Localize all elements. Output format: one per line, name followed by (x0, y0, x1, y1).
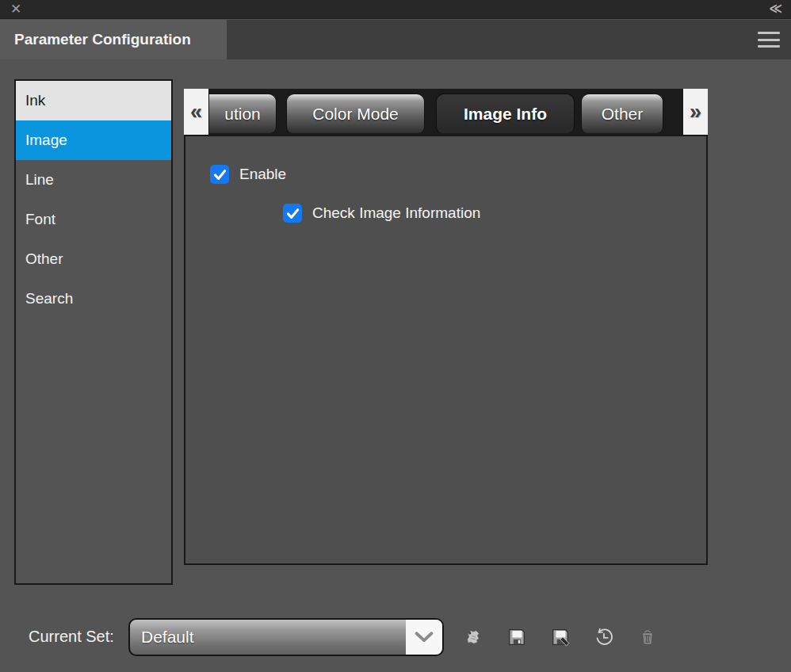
sidebar-item-font[interactable]: Font (16, 200, 171, 239)
collapse-left-icon[interactable]: ≪ (769, 0, 781, 19)
checkmark-icon (212, 166, 228, 183)
check-image-info-checkbox-row: Check Image Information (283, 204, 480, 223)
dropdown-button[interactable] (406, 620, 442, 655)
sidebar-item-other[interactable]: Other (16, 239, 171, 279)
set-actions-toolbar (462, 626, 659, 648)
sidebar-item-ink[interactable]: Ink (16, 81, 171, 120)
history-icon[interactable] (593, 626, 615, 648)
page-title: Parameter Configuration (14, 31, 191, 48)
current-set-dropdown[interactable]: Default (128, 618, 444, 656)
current-set-label: Current Set: (29, 628, 114, 646)
sidebar-item-search[interactable]: Search (16, 279, 171, 319)
check-image-information-label: Check Image Information (312, 204, 480, 222)
check-image-information-checkbox[interactable] (283, 204, 302, 223)
close-icon[interactable]: ✕ (7, 1, 25, 18)
enable-checkbox-row: Enable (210, 165, 286, 184)
new-set-icon[interactable] (462, 626, 484, 648)
category-list: Ink Image Line Font Other Search (14, 79, 173, 585)
tab-color-mode[interactable]: Color Mode (286, 94, 425, 133)
settings-tab-strip: « ution Color Mode Image Info Other » (184, 89, 708, 135)
save-as-set-icon[interactable] (549, 626, 571, 648)
tab-scroll-left-button[interactable]: « (184, 89, 208, 135)
panel-menu-icon[interactable] (758, 31, 781, 48)
window-top-bar: ✕ ≪ (0, 0, 791, 19)
delete-set-icon[interactable] (636, 626, 659, 648)
image-info-content-pane: Enable Check Image Information (184, 135, 708, 565)
tab-image-info[interactable]: Image Info (436, 94, 575, 133)
save-set-icon[interactable] (506, 626, 528, 648)
checkmark-icon (285, 205, 301, 222)
chevron-down-icon (415, 632, 434, 643)
current-set-value: Default (130, 628, 194, 647)
enable-checkbox-label: Enable (239, 166, 286, 183)
sidebar-item-image[interactable]: Image (16, 120, 171, 160)
tab-scroll-right-button[interactable]: » (683, 89, 708, 135)
sidebar-item-line[interactable]: Line (16, 160, 171, 200)
enable-checkbox[interactable] (210, 165, 229, 184)
tab-other[interactable]: Other (581, 94, 663, 133)
panel-title-tab[interactable]: Parameter Configuration (0, 20, 227, 59)
parameter-configuration-panel: ✕ ≪ Parameter Configuration Ink Image Li… (0, 0, 791, 672)
tab-resolution[interactable]: ution (208, 94, 277, 133)
panel-tab-row: Parameter Configuration (0, 20, 791, 59)
